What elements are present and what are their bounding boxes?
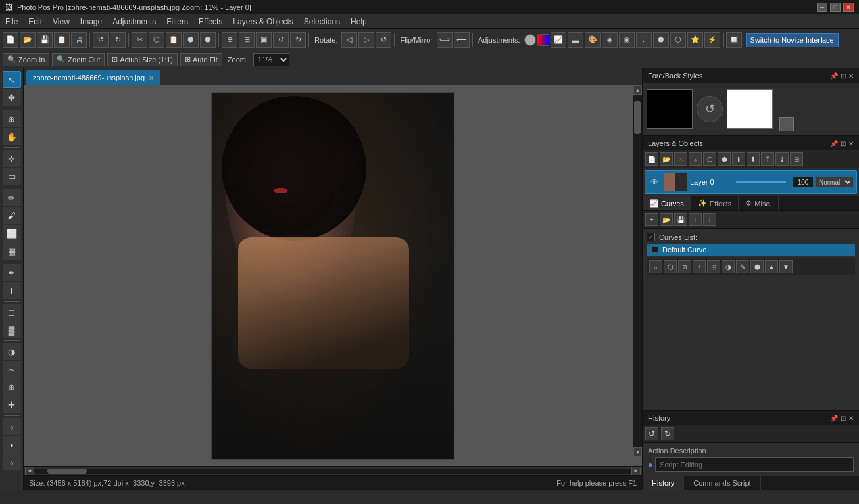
open-layer-button[interactable]: 📂 — [660, 152, 673, 166]
tab-effects[interactable]: ✨ Effects — [691, 196, 739, 210]
actual-size-button[interactable]: ⊡ Actual Size (1:1) — [107, 53, 178, 66]
curves-mini-5[interactable]: ⊞ — [707, 260, 720, 273]
move-tool[interactable]: ✥ — [3, 89, 21, 106]
layer-to-bottom-button[interactable]: ⤓ — [775, 152, 789, 166]
zoom-tool[interactable]: ⊕ — [3, 110, 21, 127]
hscroll-thumb[interactable] — [47, 469, 87, 474]
tab-curves[interactable]: 📈 Curves — [643, 196, 691, 210]
switch-novice-button[interactable]: Switch to Novice Interface — [746, 33, 839, 47]
menu-file[interactable]: File — [0, 14, 23, 29]
tool-extra-1[interactable]: ⬦ — [3, 418, 21, 435]
rotate-l-button[interactable]: ◁ — [341, 32, 357, 48]
curves-save-button[interactable]: 💾 — [674, 213, 687, 226]
healing-tool[interactable]: ✚ — [3, 396, 21, 413]
blur-button[interactable]: ◉ — [619, 32, 635, 48]
history-detach-button[interactable]: ⊡ — [841, 415, 846, 422]
pan-tool[interactable]: ✋ — [3, 128, 21, 145]
tab-misc[interactable]: ⚙ Misc. — [739, 196, 779, 210]
crop-tool[interactable]: ⊹ — [3, 150, 21, 167]
menu-view[interactable]: View — [47, 14, 75, 29]
noise-button[interactable]: ⋮ — [636, 32, 652, 48]
selection-rect-tool[interactable]: ▭ — [3, 168, 21, 185]
curves-mini-6[interactable]: ◑ — [722, 260, 735, 273]
foreback-close-button[interactable]: ✕ — [848, 72, 854, 80]
adj9-button[interactable]: ⬟ — [653, 32, 669, 48]
close-button[interactable]: ✕ — [843, 3, 854, 12]
background-color-swatch[interactable] — [727, 89, 773, 129]
menu-image[interactable]: Image — [75, 14, 107, 29]
curves-open-button[interactable]: 📂 — [660, 213, 673, 226]
vscroll-thumb[interactable] — [634, 101, 641, 134]
copy-button[interactable]: ⬡ — [149, 32, 164, 48]
text-tool[interactable]: T — [3, 282, 21, 299]
curves-list-checkbox[interactable] — [647, 233, 655, 241]
duplicate-layer-button[interactable]: ⬡ — [703, 152, 716, 166]
transform-button[interactable]: ⊕ — [222, 32, 237, 48]
menu-adjustments[interactable]: Adjustments — [107, 14, 161, 29]
brush-tool[interactable]: 🖌 — [3, 207, 21, 224]
htab-history[interactable]: History — [643, 476, 684, 490]
curves-list-item-default[interactable]: Default Curve — [647, 244, 855, 256]
layer-row-0[interactable]: 👁 Layer 0 Normal — [645, 170, 857, 194]
history-redo-button[interactable]: ↻ — [661, 427, 674, 440]
eyedropper-tool[interactable]: ✒ — [3, 264, 21, 281]
open-file-button[interactable]: 📂 — [20, 32, 36, 48]
auto-fit-button[interactable]: ⊞ Auto Fit — [180, 53, 222, 66]
window-controls[interactable]: ─ □ ✕ — [817, 3, 854, 12]
rotate-ccw-button[interactable]: ↺ — [273, 32, 289, 48]
new-file-button[interactable]: 📄 — [3, 32, 18, 48]
tool-extra-2[interactable]: ⬧ — [3, 436, 21, 453]
layer-to-top-button[interactable]: ⤒ — [761, 152, 774, 166]
color-button[interactable] — [537, 34, 549, 46]
hscroll-right-button[interactable]: ► — [631, 467, 641, 476]
flip-v-button[interactable]: ⟵ — [454, 32, 470, 48]
swap-colors-button[interactable]: ↺ — [697, 96, 723, 122]
paste-special-button[interactable]: ⬢ — [183, 32, 199, 48]
curves-mini-7[interactable]: ✎ — [736, 260, 749, 273]
curves-mini-9[interactable]: ▲ — [765, 260, 778, 273]
menu-selections[interactable]: Selections — [299, 14, 345, 29]
menu-edit[interactable]: Edit — [23, 14, 47, 29]
clone-tool[interactable]: ⊕ — [3, 378, 21, 396]
layers-pin-button[interactable]: 📌 — [830, 140, 838, 147]
brightness-button[interactable] — [524, 34, 536, 46]
vscroll-track[interactable] — [633, 95, 642, 447]
adj10-button[interactable]: ⬡ — [670, 32, 686, 48]
layer-opacity-slider[interactable] — [736, 181, 789, 183]
hsl-button[interactable]: 🎨 — [585, 32, 601, 48]
canvas-tab-main[interactable]: zohre-nemati-486669-unsplash.jpg ✕ — [26, 70, 160, 85]
redo-button[interactable]: ↻ — [110, 32, 126, 48]
new-layer-button[interactable]: 📄 — [645, 152, 658, 166]
rotate-reset-button[interactable]: ↺ — [376, 32, 391, 48]
merge-layer-button[interactable]: ⬢ — [718, 152, 731, 166]
curves-add-button[interactable]: + — [645, 213, 658, 226]
foreback-detach-button[interactable]: ⊡ — [841, 72, 846, 80]
menu-layers[interactable]: Layers & Objects — [228, 14, 298, 29]
selection-tool[interactable]: ↖ — [3, 71, 21, 88]
canvas-vscroll[interactable]: ▲ ▼ — [633, 85, 642, 457]
zoom-select[interactable]: 11% 25% 50% 100% — [253, 53, 289, 66]
menu-help[interactable]: Help — [345, 14, 372, 29]
zoom-out-button[interactable]: 🔍 Zoom Out — [52, 53, 105, 66]
menu-filters[interactable]: Filters — [161, 14, 193, 29]
resize-button[interactable]: ⊞ — [239, 32, 255, 48]
flatten-button[interactable]: ⊞ — [790, 152, 803, 166]
cut-button[interactable]: ✂ — [132, 32, 147, 48]
eraser-tool[interactable]: ⬜ — [3, 225, 21, 242]
style-preset-thumb[interactable] — [779, 117, 794, 131]
shape-tool[interactable]: ◻ — [3, 304, 21, 321]
layer-opacity-input[interactable] — [793, 177, 814, 187]
maximize-button[interactable]: □ — [830, 3, 841, 12]
curves-mini-2[interactable]: ⬡ — [664, 260, 677, 273]
curves-mini-8[interactable]: ⬢ — [750, 260, 764, 273]
layers-close-button[interactable]: ✕ — [848, 140, 854, 147]
canvas-size-button[interactable]: ▣ — [256, 32, 272, 48]
curves-adj-button[interactable]: 📈 — [551, 32, 566, 48]
canvas-tab-close-button[interactable]: ✕ — [149, 74, 154, 81]
menu-effects[interactable]: Effects — [193, 14, 228, 29]
zoom-in-button[interactable]: 🔍 Zoom In — [3, 53, 49, 66]
delete-layer-button[interactable]: ✕ — [674, 152, 687, 166]
curves-down-button[interactable]: ↓ — [703, 213, 716, 226]
history-pin-button[interactable]: 📌 — [830, 415, 838, 422]
minimize-button[interactable]: ─ — [817, 3, 827, 12]
